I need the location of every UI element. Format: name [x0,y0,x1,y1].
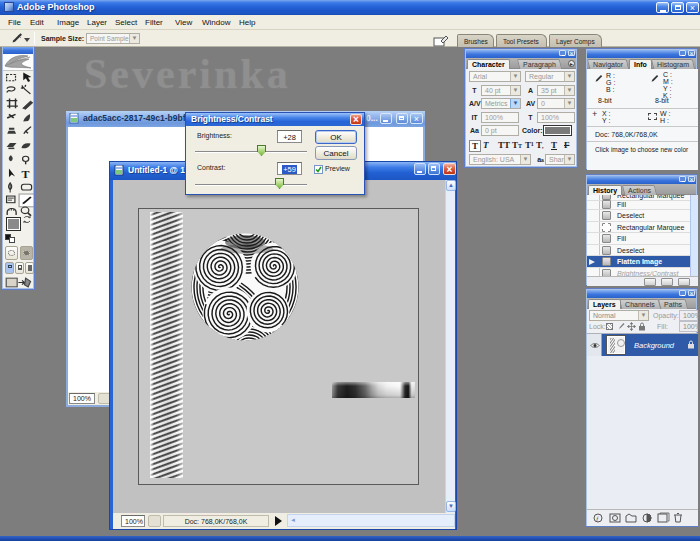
svg-text:f: f [596,515,599,523]
svg-text:T: T [21,168,30,179]
